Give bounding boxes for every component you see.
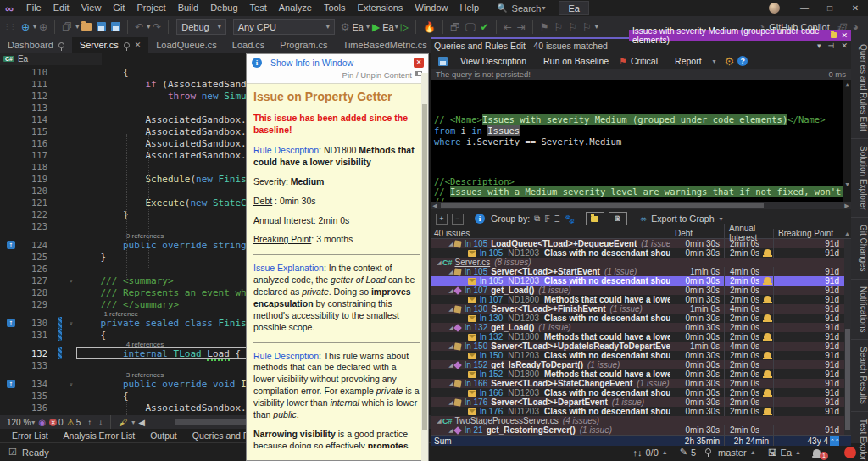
debt-column-header[interactable]: Debt <box>670 229 724 238</box>
gear-icon[interactable]: ⚙ <box>725 55 735 68</box>
rule-violation-icon[interactable]: 🖌 <box>119 418 127 427</box>
pin-icon[interactable]: ⊣ <box>828 42 835 50</box>
element-row[interactable]: ◢ln 152get_IsReadyToDepart()(1 issue)0mi… <box>431 360 851 369</box>
indent-icon[interactable]: ⇤ <box>504 22 512 32</box>
test-explorer-icon[interactable]: 🖵 <box>465 22 476 32</box>
undo-icon[interactable]: ↶ <box>135 22 143 32</box>
override-indicator-icon[interactable]: ↑ <box>7 241 15 249</box>
override-indicator-icon[interactable]: ↑ <box>7 319 15 327</box>
scroll-left-icon[interactable]: ◀ <box>138 418 145 427</box>
warning-icon[interactable]: ⚠ <box>67 418 75 427</box>
bottom-tab-output[interactable]: Output <box>143 430 184 441</box>
menu-edit[interactable]: Edit <box>47 0 75 16</box>
codelens-icon[interactable]: ◉ <box>38 418 46 427</box>
menu-file[interactable]: File <box>20 0 47 16</box>
tab-load-cs[interactable]: Load.cs <box>225 37 273 53</box>
side-tab-queries-and-rules-edit[interactable]: Queries and Rules Edit <box>851 37 868 139</box>
view-toggle-file[interactable]: 🗎 <box>609 212 627 225</box>
scroll-up-icon[interactable]: ▲ <box>844 230 850 236</box>
query-description-editor[interactable]: ▼ //<Description>// Issues with a Medium… <box>431 146 851 202</box>
query-vertical-scrollbar[interactable]: ▼ <box>843 146 851 202</box>
bookmark-icon[interactable]: ⚑ <box>540 22 549 32</box>
save-icon[interactable] <box>97 22 106 31</box>
bottom-tab-error-list[interactable]: Error List <box>5 430 55 441</box>
branch-selector[interactable]: master▲ <box>708 447 756 458</box>
hot-reload-icon[interactable]: 🔥 <box>423 22 436 32</box>
issue-row[interactable]: ln 152ND1800Methods that could have a lo… <box>431 369 851 379</box>
checkmark-icon[interactable]: ✔ <box>481 22 489 32</box>
expand-all-icon[interactable]: + <box>436 214 448 225</box>
group-by-type-icon[interactable]: 🐾 <box>564 214 574 224</box>
find-in-files-icon[interactable]: 🗗 <box>450 22 460 32</box>
menu-view[interactable]: View <box>75 0 108 16</box>
group-by-hierarchy-icon[interactable]: 𝔽 <box>544 214 550 224</box>
side-tab-git-changes[interactable]: Git Changes <box>851 218 868 280</box>
outdent-icon[interactable]: ⇥ <box>517 22 526 32</box>
view-description-button[interactable]: View Description <box>453 56 533 66</box>
side-tab-solution-explorer[interactable]: Solution Explorer <box>851 139 868 218</box>
element-row[interactable]: ◢ln 176Server<TLoad>+DepartEvent(1 issue… <box>431 397 851 407</box>
critical-button[interactable]: Critical <box>631 56 665 66</box>
group-by-element-icon[interactable]: ⧉ <box>534 214 540 224</box>
tab-server-cs[interactable]: Server.cs✕ <box>72 37 148 53</box>
export-to-graph-button[interactable]: Export to Graph <box>651 214 714 224</box>
menu-window[interactable]: Window <box>409 0 453 16</box>
run-on-baseline-button[interactable]: Run on Baseline <box>537 56 615 66</box>
report-dropdown[interactable]: Report <box>668 56 709 66</box>
collapse-all-icon[interactable]: − <box>452 214 464 225</box>
search-control[interactable]: 🔍 Search ▾ <box>497 3 545 14</box>
query-tab-badge[interactable]: Issues with severity Medium (grouped und… <box>629 30 851 41</box>
query-vertical-scrollbar[interactable]: ▲ <box>843 80 851 146</box>
avatar[interactable] <box>769 3 780 14</box>
solution-badge[interactable]: Ea <box>559 1 588 15</box>
next-bookmark-icon[interactable]: ⚐ <box>568 22 577 32</box>
notifications-button[interactable]: 1 <box>813 448 832 457</box>
menu-test[interactable]: Test <box>244 0 273 16</box>
issue-row[interactable]: ln 176ND1203Class with no descendant sho… <box>431 407 851 416</box>
redo-icon[interactable]: ↷ <box>153 22 161 32</box>
grid-scrollbar[interactable] <box>844 239 851 435</box>
close-button[interactable]: ✕ <box>843 3 868 13</box>
tab-timebasedmetric-cs[interactable]: TimeBasedMetric.cs <box>336 37 435 53</box>
save-all-icon[interactable] <box>111 22 120 31</box>
menu-build[interactable]: Build <box>172 0 204 16</box>
panel-close-icon[interactable]: ✕ <box>841 42 848 50</box>
scroll-to-top-icon[interactable]: ⌃⌃ <box>830 436 839 446</box>
bottom-tab-analysis-error-list[interactable]: Analysis Error List <box>57 430 142 441</box>
element-row[interactable]: ◢ln 150Server<TLoad>+UpdateIsReadyToDepa… <box>431 342 851 351</box>
issue-row[interactable]: ln 132ND1800Methods that could have a lo… <box>431 332 851 342</box>
error-count-icon[interactable]: ✕ <box>49 419 57 426</box>
tab-program-cs[interactable]: Program.cs <box>272 37 335 53</box>
group-by-rule-icon[interactable]: Ξ <box>554 214 560 224</box>
menu-help[interactable]: Help <box>454 0 486 16</box>
breaking-point-column-header[interactable]: Breaking Point <box>773 229 844 238</box>
menu-extensions[interactable]: Extensions <box>352 0 409 16</box>
start-without-debug-icon[interactable]: ▷ <box>401 22 409 32</box>
element-row[interactable]: ◢ln 107get_Load()(1 issue)0min 30s2min 0… <box>431 286 851 295</box>
query-code-editor[interactable]: ▲ // <Name>Issues with severity Medium (… <box>431 80 851 146</box>
element-row[interactable]: ◢ln 105LoadQueue<TLoad>+DequeueEvent(1 i… <box>431 239 851 248</box>
element-row[interactable]: ◢ln 21get_RestoringServer()(1 issue)0min… <box>431 425 851 435</box>
file-row[interactable]: ◢C#Server.cs(8 issues) <box>431 258 851 267</box>
side-tab-notifications[interactable]: Notifications <box>851 280 868 340</box>
popup-close-icon[interactable]: ✕ <box>414 58 424 68</box>
menu-project[interactable]: Project <box>131 0 171 16</box>
query-horizontal-scrollbar[interactable]: ◀▶ <box>431 202 851 209</box>
element-row[interactable]: ◢ln 105Server<TLoad>+StartEvent(1 issue)… <box>431 267 851 276</box>
view-toggle-folder[interactable] <box>586 212 604 225</box>
menu-debug[interactable]: Debug <box>204 0 243 16</box>
configuration-dropdown[interactable]: Debug▾ <box>176 19 225 35</box>
close-tab-icon[interactable]: ✕ <box>135 37 142 53</box>
popup-scrollbar[interactable] <box>421 73 428 461</box>
clear-bookmarks-icon[interactable]: ⚐ <box>582 22 592 32</box>
file-row[interactable]: ◢C#TwoStageProcessServer.cs(4 issues) <box>431 416 851 425</box>
element-row[interactable]: ◢ln 166Server<TLoad>+StateChangeEvent(1 … <box>431 379 851 388</box>
repo-selector[interactable]: 🖫 Ea▲ <box>768 447 801 458</box>
issue-row[interactable]: ln 166ND1203Class with no descendant sho… <box>431 388 851 397</box>
editor-navigation-bar[interactable]: C# Ea <box>0 53 102 65</box>
gear-icon[interactable]: ⚙ <box>341 22 350 32</box>
next-issue-icon[interactable]: ↓ <box>98 418 103 427</box>
issue-row[interactable]: ln 130ND1203Class with no descendant sho… <box>431 314 851 323</box>
prev-bookmark-icon[interactable]: ⚐ <box>554 22 563 32</box>
tab-dashboard[interactable]: Dashboard <box>0 37 72 53</box>
